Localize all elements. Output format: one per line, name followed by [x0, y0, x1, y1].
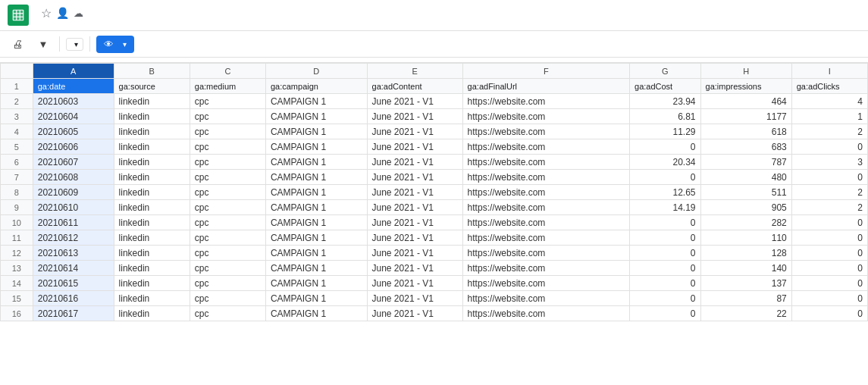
cell-5-8[interactable]: June 2021 - V1	[367, 185, 462, 200]
cell-a-3[interactable]: 20210604	[33, 109, 114, 124]
cell-i1[interactable]: ga:adClicks	[791, 79, 867, 94]
col-header-h[interactable]: H	[700, 64, 791, 79]
menu-view[interactable]	[59, 22, 68, 25]
cell-2-12[interactable]: linkedin	[114, 246, 190, 261]
cell-2-2[interactable]: linkedin	[114, 94, 190, 109]
cell-a-15[interactable]: 20210616	[33, 291, 114, 306]
menu-format[interactable]	[83, 22, 92, 25]
cell-3-15[interactable]: cpc	[190, 291, 265, 306]
cell-6-6[interactable]: https://website.com	[462, 155, 629, 170]
cell-5-7[interactable]: June 2021 - V1	[367, 170, 462, 185]
cell-9-15[interactable]: 0	[791, 291, 867, 306]
cell-6-9[interactable]: https://website.com	[462, 200, 629, 215]
cell-3-4[interactable]: cpc	[190, 124, 265, 139]
cell-6-16[interactable]: https://website.com	[462, 306, 629, 321]
cell-7-7[interactable]: 0	[630, 170, 701, 185]
col-header-f[interactable]: F	[462, 64, 629, 79]
cell-7-11[interactable]: 0	[630, 230, 701, 246]
cell-6-8[interactable]: https://website.com	[462, 185, 629, 200]
cell-4-3[interactable]: CAMPAIGN 1	[265, 109, 367, 124]
cell-2-13[interactable]: linkedin	[114, 261, 190, 276]
cell-6-11[interactable]: https://website.com	[462, 230, 629, 246]
menu-help[interactable]	[132, 22, 141, 25]
cell-a-12[interactable]: 20210613	[33, 246, 114, 261]
cell-2-15[interactable]: linkedin	[114, 291, 190, 306]
cell-9-14[interactable]: 0	[791, 276, 867, 291]
cell-a-13[interactable]: 20210614	[33, 261, 114, 276]
cell-7-15[interactable]: 0	[630, 291, 701, 306]
cell-4-10[interactable]: CAMPAIGN 1	[265, 215, 367, 230]
cell-4-7[interactable]: CAMPAIGN 1	[265, 170, 367, 185]
cell-7-9[interactable]: 14.19	[630, 200, 701, 215]
cell-9-3[interactable]: 1	[791, 109, 867, 124]
cell-2-8[interactable]: linkedin	[114, 185, 190, 200]
cell-5-6[interactable]: June 2021 - V1	[367, 155, 462, 170]
cell-8-10[interactable]: 282	[700, 215, 791, 230]
cell-8-4[interactable]: 618	[700, 124, 791, 139]
print-button[interactable]: 🖨	[8, 34, 27, 54]
cell-3-9[interactable]: cpc	[190, 200, 265, 215]
cell-3-3[interactable]: cpc	[190, 109, 265, 124]
menu-insert[interactable]	[71, 22, 80, 25]
filter-button[interactable]: ▼	[33, 34, 53, 54]
cell-7-5[interactable]: 0	[630, 139, 701, 155]
cell-a-5[interactable]: 20210606	[33, 139, 114, 155]
cell-b1[interactable]: ga:source	[114, 79, 190, 94]
cell-8-6[interactable]: 787	[700, 155, 791, 170]
cell-7-16[interactable]: 0	[630, 306, 701, 321]
cell-2-3[interactable]: linkedin	[114, 109, 190, 124]
cell-a-6[interactable]: 20210607	[33, 155, 114, 170]
cell-a-10[interactable]: 20210611	[33, 215, 114, 230]
cell-e1[interactable]: ga:adContent	[367, 79, 462, 94]
cell-3-12[interactable]: cpc	[190, 246, 265, 261]
cell-5-11[interactable]: June 2021 - V1	[367, 230, 462, 246]
cell-7-12[interactable]: 0	[630, 246, 701, 261]
cell-5-15[interactable]: June 2021 - V1	[367, 291, 462, 306]
cell-2-5[interactable]: linkedin	[114, 139, 190, 155]
cell-8-9[interactable]: 905	[700, 200, 791, 215]
cell-9-2[interactable]: 4	[791, 94, 867, 109]
cell-8-7[interactable]: 480	[700, 170, 791, 185]
col-header-b[interactable]: B	[114, 64, 190, 79]
cell-8-13[interactable]: 140	[700, 261, 791, 276]
cell-7-13[interactable]: 0	[630, 261, 701, 276]
cell-8-8[interactable]: 511	[700, 185, 791, 200]
cell-7-8[interactable]: 12.65	[630, 185, 701, 200]
cell-5-9[interactable]: June 2021 - V1	[367, 200, 462, 215]
cell-2-9[interactable]: linkedin	[114, 200, 190, 215]
cell-3-10[interactable]: cpc	[190, 215, 265, 230]
cell-6-14[interactable]: https://website.com	[462, 276, 629, 291]
cell-5-3[interactable]: June 2021 - V1	[367, 109, 462, 124]
cell-8-16[interactable]: 22	[700, 306, 791, 321]
cell-7-2[interactable]: 23.94	[630, 94, 701, 109]
cell-2-6[interactable]: linkedin	[114, 155, 190, 170]
cell-2-14[interactable]: linkedin	[114, 276, 190, 291]
cell-5-16[interactable]: June 2021 - V1	[367, 306, 462, 321]
cell-8-11[interactable]: 110	[700, 230, 791, 246]
cloud-icon[interactable]: ☁	[74, 8, 83, 19]
cell-c1[interactable]: ga:medium	[190, 79, 265, 94]
cell-g1[interactable]: ga:adCost	[630, 79, 701, 94]
cell-3-8[interactable]: cpc	[190, 185, 265, 200]
cell-4-4[interactable]: CAMPAIGN 1	[265, 124, 367, 139]
menu-data[interactable]	[96, 22, 105, 25]
cell-7-4[interactable]: 11.29	[630, 124, 701, 139]
cell-8-3[interactable]: 1177	[700, 109, 791, 124]
cell-a-11[interactable]: 20210612	[33, 230, 114, 246]
cell-4-8[interactable]: CAMPAIGN 1	[265, 185, 367, 200]
cell-9-8[interactable]: 2	[791, 185, 867, 200]
cell-a-16[interactable]: 20210617	[33, 306, 114, 321]
cell-9-10[interactable]: 0	[791, 215, 867, 230]
cell-h1[interactable]: ga:impressions	[700, 79, 791, 94]
cell-a-7[interactable]: 20210608	[33, 170, 114, 185]
zoom-control[interactable]: ▾	[66, 38, 83, 51]
cell-4-12[interactable]: CAMPAIGN 1	[265, 246, 367, 261]
cell-7-3[interactable]: 6.81	[630, 109, 701, 124]
cell-9-4[interactable]: 2	[791, 124, 867, 139]
cell-8-5[interactable]: 683	[700, 139, 791, 155]
cell-5-5[interactable]: June 2021 - V1	[367, 139, 462, 155]
col-header-i[interactable]: I	[791, 64, 867, 79]
cell-2-10[interactable]: linkedin	[114, 215, 190, 230]
cell-5-14[interactable]: June 2021 - V1	[367, 276, 462, 291]
col-header-a[interactable]: A	[33, 64, 114, 79]
